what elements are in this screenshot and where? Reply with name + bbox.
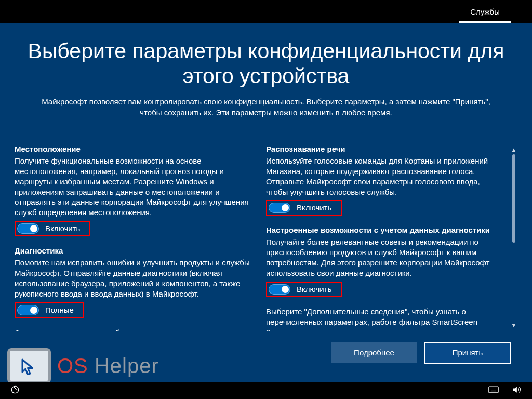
cursor-icon <box>19 358 38 377</box>
tab-services[interactable]: Службы <box>459 3 511 23</box>
section-body-diagnostics: Помогите нам исправить ошибки и улучшить… <box>15 258 252 299</box>
page-title: Выберите параметры конфиденциальности дл… <box>15 38 517 89</box>
toggle-tailored[interactable]: Включить <box>266 282 342 297</box>
volume-icon[interactable] <box>511 384 522 397</box>
section-title-diagnostics: Диагностика <box>15 246 252 256</box>
monitor-icon <box>7 348 51 383</box>
watermark-logo: OS Helper <box>7 348 159 383</box>
section-title-tailored: Настроенные возможности с учетом данных … <box>266 225 504 235</box>
fade-overlay <box>15 325 504 331</box>
section-body-speech: Используйте голосовые команды для Кортан… <box>266 156 504 197</box>
section-title-speech: Распознавание речи <box>266 144 504 154</box>
toggle-diagnostics[interactable]: Полные <box>15 302 84 318</box>
toggle-label: Включить <box>297 203 331 213</box>
section-body-tailored: Получайте более релевантные советы и рек… <box>266 237 504 278</box>
switch-icon <box>269 284 290 295</box>
section-location: Местоположение Получите функциональные в… <box>15 144 252 237</box>
watermark-os: OS <box>57 354 88 377</box>
right-column: Распознавание речи Используйте голосовые… <box>266 144 504 331</box>
toggle-speech[interactable]: Включить <box>266 200 342 216</box>
scroll-up-icon[interactable]: ▲ <box>510 146 517 153</box>
svg-rect-1 <box>489 387 498 393</box>
toggle-label: Включить <box>297 284 331 295</box>
scrollbar[interactable]: ▲ ▼ <box>510 146 517 329</box>
left-column: Местоположение Получите функциональные в… <box>15 144 252 331</box>
toggle-label: Полные <box>45 305 74 315</box>
taskbar <box>0 382 532 399</box>
section-title-location: Местоположение <box>15 144 252 154</box>
settings-scroll-area: Местоположение Получите функциональные в… <box>15 144 517 331</box>
switch-icon <box>269 203 290 213</box>
scroll-thumb[interactable] <box>512 154 515 243</box>
section-body-location: Получите функциональные возможности на о… <box>15 156 252 218</box>
section-tailored: Настроенные возможности с учетом данных … <box>266 225 504 297</box>
oobe-panel: Выберите параметры конфиденциальности дл… <box>0 23 532 384</box>
toggle-location[interactable]: Включить <box>15 221 90 236</box>
toggle-label: Включить <box>45 223 80 234</box>
section-speech: Распознавание речи Используйте голосовые… <box>266 144 504 216</box>
page-subtitle: Майкрософт позволяет вам контролировать … <box>35 96 497 118</box>
scroll-down-icon[interactable]: ▼ <box>510 322 517 329</box>
accept-button[interactable]: Принять <box>425 342 510 363</box>
keyboard-icon[interactable] <box>488 384 499 397</box>
watermark-helper: Helper <box>88 354 159 377</box>
switch-icon <box>17 305 39 315</box>
switch-icon <box>17 223 39 234</box>
section-diagnostics: Диагностика Помогите нам исправить ошибк… <box>15 246 252 318</box>
learn-more-button[interactable]: Подробнее <box>331 342 417 363</box>
top-bar: Службы <box>0 0 532 23</box>
ease-of-access-icon[interactable] <box>10 385 20 396</box>
